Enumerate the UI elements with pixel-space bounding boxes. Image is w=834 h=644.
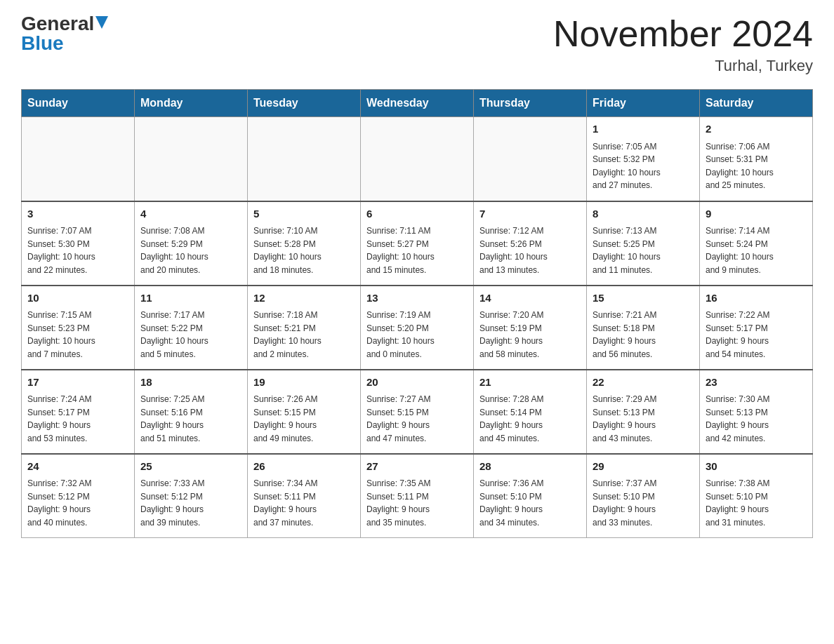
calendar-day-cell: 12Sunrise: 7:18 AM Sunset: 5:21 PM Dayli… (248, 286, 361, 370)
day-number: 18 (140, 375, 241, 391)
calendar-weekday-header: Wednesday (361, 90, 474, 117)
page-header: General Blue November 2024 Turhal, Turke… (21, 14, 813, 75)
calendar-day-cell: 24Sunrise: 7:32 AM Sunset: 5:12 PM Dayli… (22, 454, 135, 538)
day-info: Sunrise: 7:32 AM Sunset: 5:12 PM Dayligh… (27, 477, 128, 529)
calendar-day-cell: 29Sunrise: 7:37 AM Sunset: 5:10 PM Dayli… (587, 454, 700, 538)
calendar-day-cell: 11Sunrise: 7:17 AM Sunset: 5:22 PM Dayli… (135, 286, 248, 370)
calendar-day-cell: 2Sunrise: 7:06 AM Sunset: 5:31 PM Daylig… (700, 117, 813, 201)
calendar-day-cell (361, 117, 474, 201)
calendar-week-row: 3Sunrise: 7:07 AM Sunset: 5:30 PM Daylig… (22, 201, 813, 286)
calendar-day-cell: 26Sunrise: 7:34 AM Sunset: 5:11 PM Dayli… (248, 454, 361, 538)
day-info: Sunrise: 7:11 AM Sunset: 5:27 PM Dayligh… (366, 224, 468, 276)
calendar-day-cell: 23Sunrise: 7:30 AM Sunset: 5:13 PM Dayli… (700, 370, 813, 454)
day-info: Sunrise: 7:14 AM Sunset: 5:24 PM Dayligh… (706, 224, 807, 276)
day-info: Sunrise: 7:28 AM Sunset: 5:14 PM Dayligh… (479, 393, 581, 445)
day-info: Sunrise: 7:10 AM Sunset: 5:28 PM Dayligh… (253, 224, 355, 276)
day-number: 30 (706, 459, 807, 475)
day-info: Sunrise: 7:24 AM Sunset: 5:17 PM Dayligh… (27, 393, 128, 445)
day-info: Sunrise: 7:22 AM Sunset: 5:17 PM Dayligh… (706, 309, 807, 361)
calendar-day-cell: 5Sunrise: 7:10 AM Sunset: 5:28 PM Daylig… (248, 201, 361, 286)
title-area: November 2024 Turhal, Turkey (553, 14, 813, 75)
day-number: 28 (479, 459, 581, 475)
day-info: Sunrise: 7:20 AM Sunset: 5:19 PM Dayligh… (479, 309, 581, 361)
day-info: Sunrise: 7:30 AM Sunset: 5:13 PM Dayligh… (706, 393, 807, 445)
calendar-day-cell: 14Sunrise: 7:20 AM Sunset: 5:19 PM Dayli… (474, 286, 587, 370)
logo-triangle-icon (95, 16, 108, 29)
calendar-day-cell: 3Sunrise: 7:07 AM Sunset: 5:30 PM Daylig… (22, 201, 135, 286)
day-info: Sunrise: 7:18 AM Sunset: 5:21 PM Dayligh… (253, 309, 355, 361)
day-number: 27 (366, 459, 468, 475)
calendar-day-cell (474, 117, 587, 201)
calendar-weekday-header: Monday (135, 90, 248, 117)
day-info: Sunrise: 7:07 AM Sunset: 5:30 PM Dayligh… (27, 224, 128, 276)
day-info: Sunrise: 7:15 AM Sunset: 5:23 PM Dayligh… (27, 309, 128, 361)
day-info: Sunrise: 7:21 AM Sunset: 5:18 PM Dayligh… (593, 309, 694, 361)
day-number: 21 (479, 375, 581, 391)
day-info: Sunrise: 7:36 AM Sunset: 5:10 PM Dayligh… (479, 477, 581, 529)
day-info: Sunrise: 7:05 AM Sunset: 5:32 PM Dayligh… (593, 140, 694, 192)
calendar-day-cell: 7Sunrise: 7:12 AM Sunset: 5:26 PM Daylig… (474, 201, 587, 286)
calendar-day-cell: 13Sunrise: 7:19 AM Sunset: 5:20 PM Dayli… (361, 286, 474, 370)
day-number: 14 (479, 290, 581, 307)
day-number: 22 (593, 375, 694, 391)
calendar-day-cell: 27Sunrise: 7:35 AM Sunset: 5:11 PM Dayli… (361, 454, 474, 538)
logo-blue: Blue (21, 32, 64, 54)
logo-general: General (21, 14, 94, 34)
calendar-week-row: 17Sunrise: 7:24 AM Sunset: 5:17 PM Dayli… (22, 370, 813, 454)
logo: General Blue (21, 14, 108, 53)
day-number: 1 (593, 121, 694, 137)
calendar-day-cell: 4Sunrise: 7:08 AM Sunset: 5:29 PM Daylig… (135, 201, 248, 286)
calendar-weekday-header: Friday (587, 90, 700, 117)
calendar-day-cell (248, 117, 361, 201)
day-number: 17 (27, 375, 128, 391)
calendar-day-cell: 30Sunrise: 7:38 AM Sunset: 5:10 PM Dayli… (700, 454, 813, 538)
calendar-day-cell: 9Sunrise: 7:14 AM Sunset: 5:24 PM Daylig… (700, 201, 813, 286)
calendar-weekday-header: Tuesday (248, 90, 361, 117)
day-number: 13 (366, 290, 468, 307)
day-info: Sunrise: 7:06 AM Sunset: 5:31 PM Dayligh… (706, 140, 807, 192)
day-number: 10 (27, 290, 128, 307)
calendar-day-cell: 6Sunrise: 7:11 AM Sunset: 5:27 PM Daylig… (361, 201, 474, 286)
calendar-week-row: 1Sunrise: 7:05 AM Sunset: 5:32 PM Daylig… (22, 117, 813, 201)
day-number: 3 (27, 206, 128, 222)
calendar-day-cell: 22Sunrise: 7:29 AM Sunset: 5:13 PM Dayli… (587, 370, 700, 454)
calendar-day-cell: 21Sunrise: 7:28 AM Sunset: 5:14 PM Dayli… (474, 370, 587, 454)
calendar-day-cell: 17Sunrise: 7:24 AM Sunset: 5:17 PM Dayli… (22, 370, 135, 454)
day-number: 8 (593, 206, 694, 222)
calendar-day-cell: 16Sunrise: 7:22 AM Sunset: 5:17 PM Dayli… (700, 286, 813, 370)
calendar-header-row: SundayMondayTuesdayWednesdayThursdayFrid… (22, 90, 813, 117)
day-number: 12 (253, 290, 355, 307)
day-info: Sunrise: 7:34 AM Sunset: 5:11 PM Dayligh… (253, 477, 355, 529)
calendar-day-cell: 28Sunrise: 7:36 AM Sunset: 5:10 PM Dayli… (474, 454, 587, 538)
day-number: 26 (253, 459, 355, 475)
day-number: 19 (253, 375, 355, 391)
calendar-weekday-header: Sunday (22, 90, 135, 117)
day-number: 23 (706, 375, 807, 391)
day-info: Sunrise: 7:37 AM Sunset: 5:10 PM Dayligh… (593, 477, 694, 529)
calendar-table: SundayMondayTuesdayWednesdayThursdayFrid… (21, 89, 813, 538)
calendar-day-cell: 19Sunrise: 7:26 AM Sunset: 5:15 PM Dayli… (248, 370, 361, 454)
day-number: 29 (593, 459, 694, 475)
calendar-day-cell: 8Sunrise: 7:13 AM Sunset: 5:25 PM Daylig… (587, 201, 700, 286)
svg-marker-0 (95, 16, 108, 29)
day-info: Sunrise: 7:25 AM Sunset: 5:16 PM Dayligh… (140, 393, 241, 445)
month-title: November 2024 (553, 14, 813, 54)
calendar-week-row: 10Sunrise: 7:15 AM Sunset: 5:23 PM Dayli… (22, 286, 813, 370)
day-number: 4 (140, 206, 241, 222)
calendar-day-cell: 20Sunrise: 7:27 AM Sunset: 5:15 PM Dayli… (361, 370, 474, 454)
day-info: Sunrise: 7:19 AM Sunset: 5:20 PM Dayligh… (366, 309, 468, 361)
calendar-week-row: 24Sunrise: 7:32 AM Sunset: 5:12 PM Dayli… (22, 454, 813, 538)
calendar-weekday-header: Thursday (474, 90, 587, 117)
calendar-day-cell: 15Sunrise: 7:21 AM Sunset: 5:18 PM Dayli… (587, 286, 700, 370)
day-info: Sunrise: 7:27 AM Sunset: 5:15 PM Dayligh… (366, 393, 468, 445)
day-info: Sunrise: 7:38 AM Sunset: 5:10 PM Dayligh… (706, 477, 807, 529)
day-info: Sunrise: 7:26 AM Sunset: 5:15 PM Dayligh… (253, 393, 355, 445)
day-number: 11 (140, 290, 241, 307)
day-number: 24 (27, 459, 128, 475)
day-info: Sunrise: 7:17 AM Sunset: 5:22 PM Dayligh… (140, 309, 241, 361)
day-info: Sunrise: 7:29 AM Sunset: 5:13 PM Dayligh… (593, 393, 694, 445)
calendar-day-cell (135, 117, 248, 201)
day-number: 5 (253, 206, 355, 222)
day-info: Sunrise: 7:13 AM Sunset: 5:25 PM Dayligh… (593, 224, 694, 276)
day-info: Sunrise: 7:35 AM Sunset: 5:11 PM Dayligh… (366, 477, 468, 529)
